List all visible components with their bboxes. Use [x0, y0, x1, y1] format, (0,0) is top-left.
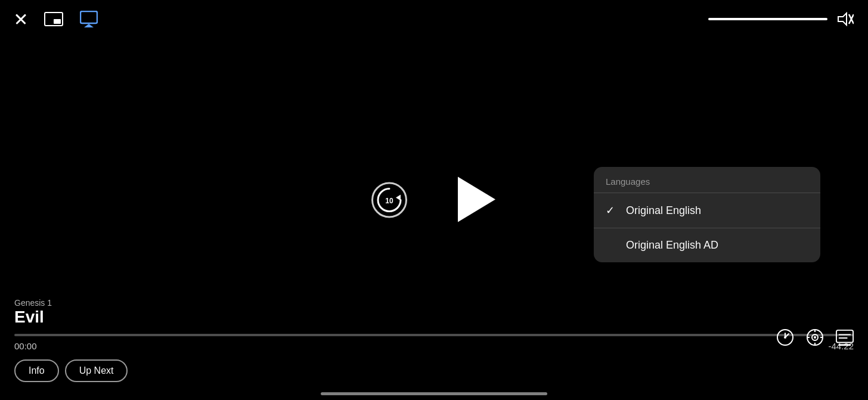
bottom-area: Genesis 1 Evil 00:00 -44:22 Info Up Next: [0, 298, 868, 382]
language-option-original-english[interactable]: ✓ Original English: [594, 193, 820, 228]
languages-dropdown: Languages ✓ Original English Original En…: [594, 167, 820, 262]
top-right-controls: [708, 12, 854, 26]
replay-button[interactable]: 10: [371, 182, 407, 218]
pip-button[interactable]: [44, 12, 63, 26]
scroll-indicator: [321, 392, 547, 395]
svg-marker-2: [838, 13, 847, 25]
airplay-icon: [80, 11, 98, 27]
svg-marker-1: [84, 24, 94, 27]
languages-header: Languages: [594, 167, 820, 193]
info-button[interactable]: Info: [14, 359, 59, 382]
checkmark-icon: ✓: [606, 204, 619, 217]
current-time: 00:00: [14, 341, 37, 351]
language-option-original-english-ad[interactable]: Original English AD: [594, 228, 820, 262]
play-button[interactable]: [455, 175, 497, 225]
svg-text:10: 10: [385, 197, 393, 205]
volume-bar[interactable]: [708, 18, 827, 20]
close-icon: [14, 13, 27, 26]
language-label-original-english: Original English: [626, 204, 701, 217]
svg-marker-5: [396, 195, 401, 201]
progress-bar-container[interactable]: [14, 334, 854, 336]
time-display: 00:00 -44:22: [14, 341, 854, 351]
pip-icon: [44, 12, 63, 26]
episode-title: Evil: [14, 308, 854, 327]
language-label-original-english-ad: Original English AD: [626, 239, 718, 252]
episode-info: Genesis 1 Evil: [14, 298, 854, 327]
top-controls-bar: [0, 0, 868, 38]
progress-bar-track[interactable]: [14, 334, 854, 336]
mute-icon: [837, 12, 854, 26]
svg-rect-0: [80, 11, 97, 23]
close-button[interactable]: [14, 13, 27, 26]
svg-marker-7: [458, 176, 495, 222]
episode-label: Genesis 1: [14, 298, 854, 308]
replay-arc-icon: 10: [373, 184, 405, 216]
bottom-buttons: Info Up Next: [14, 359, 854, 382]
center-controls: 10: [371, 175, 497, 225]
airplay-button[interactable]: [80, 11, 98, 27]
up-next-button[interactable]: Up Next: [65, 359, 128, 382]
mute-button[interactable]: [837, 12, 854, 26]
play-icon: [455, 175, 497, 223]
top-left-controls: [14, 11, 98, 27]
remaining-time: -44:22: [828, 341, 854, 351]
